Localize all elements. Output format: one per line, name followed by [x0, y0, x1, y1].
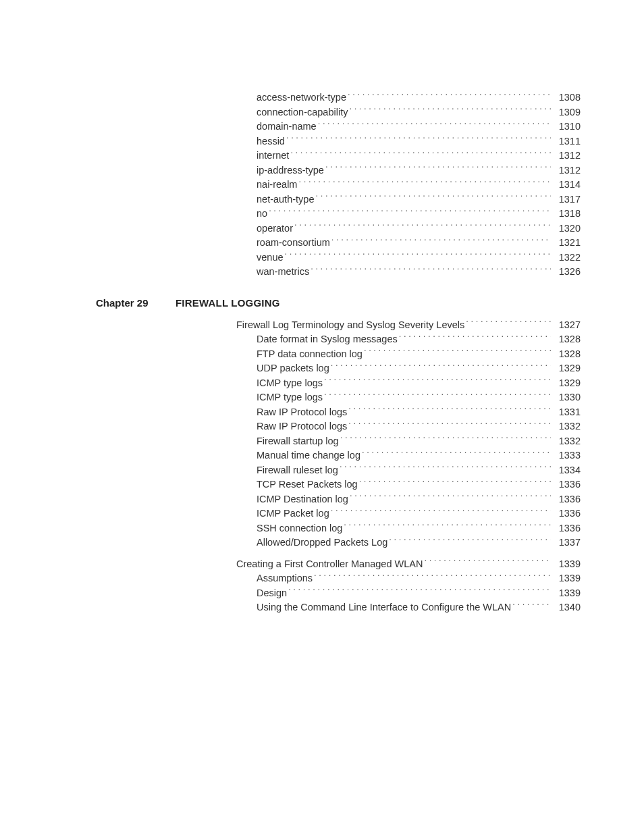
toc-leaders: [298, 178, 551, 188]
toc-leaders: [269, 207, 551, 217]
toc-entry-page: 1333: [552, 448, 581, 463]
toc-leaders: [325, 163, 551, 174]
toc-entry-page: 1308: [552, 90, 581, 105]
toc-entry[interactable]: ICMP type logs1330: [257, 390, 581, 405]
toc-entry-text: Creating a First Controller Managed WLAN: [236, 557, 423, 572]
toc-entry[interactable]: Firewall ruleset log1334: [257, 463, 581, 478]
toc-leaders: [331, 507, 551, 517]
toc-entry-text: Firewall startup log: [257, 434, 339, 449]
toc-entry[interactable]: ICMP Destination log1336: [257, 492, 581, 507]
toc-entry-page: 1332: [552, 419, 581, 434]
toc-entry-page: 1311: [552, 134, 581, 149]
toc-leaders: [294, 221, 551, 232]
toc-entry-page: 1310: [552, 120, 581, 134]
toc-entry-page: 1334: [552, 463, 581, 478]
toc-entry-text: FTP data connection log: [257, 347, 363, 362]
toc-entry[interactable]: Date format in Syslog messages1328: [257, 332, 581, 347]
toc-entry-page: 1336: [552, 477, 581, 492]
toc-entry[interactable]: Raw IP Protocol logs1331: [257, 405, 581, 420]
toc-entry-page: 1312: [552, 149, 581, 163]
toc-entry-page: 1320: [552, 221, 581, 236]
toc-leaders: [344, 521, 551, 531]
toc-leaders: [362, 449, 551, 459]
toc-entry[interactable]: Assumptions1339: [257, 571, 581, 586]
toc-entry-text: venue: [257, 251, 284, 265]
toc-entry-text: Assumptions: [257, 571, 313, 586]
toc-entry-text: wan-metrics: [257, 265, 309, 280]
toc-entry-text: Date format in Syslog messages: [257, 332, 398, 347]
toc-entry[interactable]: FTP data connection log1328: [257, 347, 581, 362]
toc-leaders: [348, 420, 551, 430]
toc-entry-page: 1328: [552, 332, 581, 347]
toc-entry-text: no: [257, 207, 267, 221]
toc-entry-page: 1332: [552, 434, 581, 449]
toc-leaders: [286, 134, 551, 145]
toc-entry[interactable]: Raw IP Protocol logs1332: [257, 419, 581, 434]
toc-entry[interactable]: Allowed/Dropped Packets Log1337: [257, 536, 581, 550]
toc-leaders: [359, 478, 551, 488]
toc-entry[interactable]: access-network-type1308: [257, 90, 581, 105]
toc-entry-page: 1326: [552, 265, 581, 280]
toc-entry[interactable]: UDP packets log1329: [257, 361, 581, 376]
toc-entry-page: 1318: [552, 207, 581, 221]
toc-entry[interactable]: venue1322: [257, 251, 581, 265]
toc-entry-page: 1331: [552, 405, 581, 420]
toc-entry[interactable]: internet1312: [257, 149, 581, 163]
toc-entry[interactable]: connection-capability1309: [257, 105, 581, 120]
toc-entry[interactable]: hessid1311: [257, 134, 581, 149]
toc-entry-page: 1339: [552, 571, 581, 586]
toc-entry-text: SSH connection log: [257, 521, 342, 536]
page-root: access-network-type1308connection-capabi…: [0, 0, 644, 834]
toc-entry[interactable]: ICMP Packet log1336: [257, 506, 581, 521]
toc-entry[interactable]: Firewall Log Terminology and Syslog Seve…: [236, 318, 581, 333]
toc-content: access-network-type1308connection-capabi…: [176, 90, 581, 615]
toc-leaders: [348, 91, 551, 101]
toc-entry[interactable]: roam-consortium1321: [257, 236, 581, 251]
toc-entry-text: Allowed/Dropped Packets Log: [257, 536, 387, 550]
toc-entry-page: 1336: [552, 521, 581, 536]
toc-leaders: [314, 572, 551, 582]
toc-entry[interactable]: ICMP type logs1329: [257, 376, 581, 391]
toc-entry-page: 1337: [552, 536, 581, 550]
toc-entry[interactable]: ip-address-type1312: [257, 163, 581, 178]
toc-leaders: [364, 347, 551, 357]
toc-entry[interactable]: no1318: [257, 207, 581, 221]
toc-entry[interactable]: Creating a First Controller Managed WLAN…: [236, 557, 581, 572]
toc-entry[interactable]: Using the Command Line Interface to Conf…: [257, 600, 581, 615]
toc-entry[interactable]: domain-name1310: [257, 120, 581, 134]
toc-entry[interactable]: Design1339: [257, 586, 581, 601]
toc-leaders: [311, 265, 551, 276]
toc-entry-text: domain-name: [257, 120, 317, 134]
toc-entry-text: UDP packets log: [257, 361, 329, 376]
toc-entry-text: connection-capability: [257, 105, 348, 120]
toc-entry-page: 1314: [552, 178, 581, 192]
toc-leaders: [340, 434, 551, 444]
toc-entry[interactable]: Manual time change log1333: [257, 448, 581, 463]
toc-entry-page: 1329: [552, 361, 581, 376]
toc-entry[interactable]: Firewall startup log1332: [257, 434, 581, 449]
toc-entry-text: Manual time change log: [257, 448, 360, 463]
toc-entry-page: 1336: [552, 492, 581, 507]
toc-entry[interactable]: wan-metrics1326: [257, 265, 581, 280]
toc-entry-page: 1322: [552, 251, 581, 265]
toc-leaders: [324, 391, 551, 401]
toc-leaders: [290, 149, 551, 159]
toc-entry-text: net-auth-type: [257, 192, 314, 207]
toc-leaders: [350, 492, 551, 502]
toc-entry-page: 1327: [552, 318, 581, 333]
toc-entry-page: 1317: [552, 192, 581, 207]
toc-entry-text: Raw IP Protocol logs: [257, 405, 347, 420]
toc-entry-text: Firewall Log Terminology and Syslog Seve…: [236, 318, 464, 333]
toc-entry[interactable]: net-auth-type1317: [257, 192, 581, 207]
toc-leaders: [512, 601, 551, 611]
toc-entry[interactable]: operator1320: [257, 221, 581, 236]
chapter-heading-row: Chapter 29FIREWALL LOGGING: [96, 297, 581, 309]
toc-leaders: [389, 536, 551, 546]
toc-entry[interactable]: TCP Reset Packets log1336: [257, 477, 581, 492]
toc-entry-page: 1321: [552, 236, 581, 251]
toc-entry-text: ip-address-type: [257, 163, 324, 178]
toc-entry[interactable]: nai-realm1314: [257, 178, 581, 192]
toc-leaders: [324, 376, 551, 386]
toc-entry-text: ICMP type logs: [257, 376, 323, 391]
toc-entry[interactable]: SSH connection log1336: [257, 521, 581, 536]
